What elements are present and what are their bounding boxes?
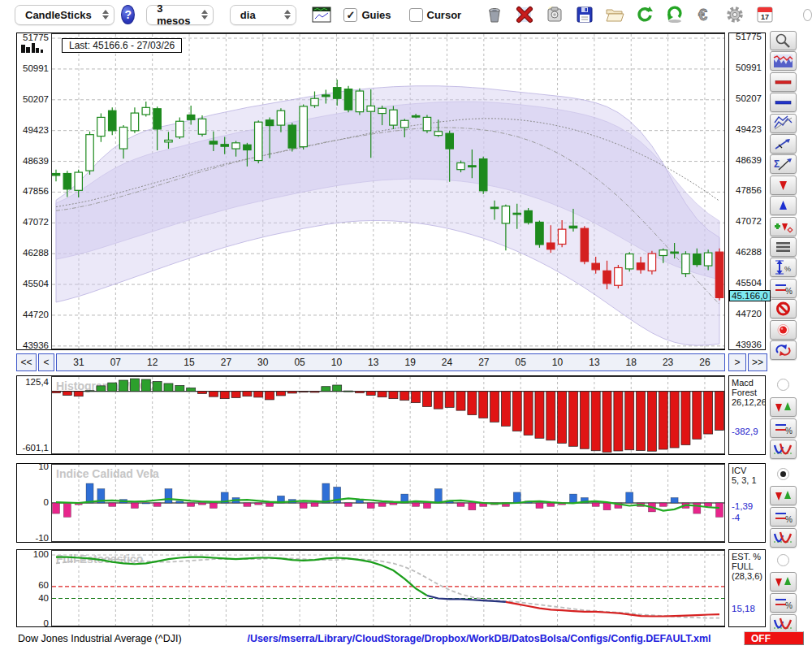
down-up-arrows-icon: [772, 399, 794, 415]
euro-button[interactable]: €: [693, 3, 717, 26]
channel-button[interactable]: [770, 114, 797, 133]
chart-type-value: CandleSticks: [25, 9, 94, 21]
sigma-trendline-button[interactable]: Σ: [770, 154, 797, 174]
toolbar: CandleSticks ? 3 mesos dia ✓ Guies Curso…: [0, 0, 812, 29]
hlines-percent-button[interactable]: %: [770, 418, 797, 438]
x-axis-tick: 31: [73, 357, 84, 368]
icv-chart[interactable]: [51, 464, 725, 542]
config-path: /Users/mserra/Library/CloudStorage/Dropb…: [244, 633, 715, 644]
up-triangle-button[interactable]: [770, 196, 797, 215]
trash-button[interactable]: [482, 3, 507, 26]
curves-button[interactable]: [770, 440, 797, 459]
top-radio[interactable]: [803, 9, 812, 21]
last-price-label: Last: 45166.6 - 27/03/26: [62, 38, 182, 53]
record-button[interactable]: [770, 320, 797, 340]
indicator-chart-button[interactable]: [770, 51, 797, 71]
sync-button[interactable]: [663, 3, 687, 26]
period-select[interactable]: 3 mesos: [146, 5, 214, 25]
red-hline-icon: [772, 74, 794, 90]
y-axis-label: 50207: [18, 94, 49, 104]
y-axis-label: -601,1: [18, 443, 49, 453]
red-hline-button[interactable]: [770, 72, 797, 92]
interval-select[interactable]: dia: [230, 5, 297, 25]
scroll-last-button[interactable]: >>: [748, 353, 767, 371]
list-button[interactable]: [770, 237, 797, 257]
mini-chart-button[interactable]: [309, 3, 334, 26]
calendar-button[interactable]: 17: [753, 3, 777, 26]
x-axis-strip[interactable]: 310712152730051013192427051013182326: [56, 353, 725, 371]
off-button[interactable]: OFF: [744, 631, 804, 645]
vrange-percent-button[interactable]: %: [770, 258, 797, 277]
indicator-chart-icon: [772, 53, 794, 69]
scroll-prev-button[interactable]: <: [38, 353, 54, 371]
y-axis-label: 44720: [736, 309, 762, 318]
macd-histogram-chart[interactable]: [51, 376, 725, 454]
x-axis-tick: 23: [663, 357, 673, 368]
cursor-label: Cursor: [427, 9, 462, 21]
guies-checkbox[interactable]: ✓: [343, 8, 357, 22]
trendline-button[interactable]: [770, 134, 797, 154]
snapshot-button[interactable]: [542, 3, 567, 26]
indicator-value-label: -1,39: [732, 501, 753, 511]
hlines-percent-button[interactable]: %: [770, 593, 797, 613]
y-axis-label: 100: [18, 549, 49, 559]
down-up-arrows-button[interactable]: [770, 572, 797, 592]
down-up-arrows-button[interactable]: [770, 397, 797, 417]
x-axis-tick: 26: [699, 357, 710, 368]
main-chart-panel: Last: 45166.6 - 27/03/26 517755099150207…: [16, 32, 725, 350]
indicator-value-label: 15,18: [732, 604, 755, 613]
candlestick-chart[interactable]: [51, 33, 725, 349]
indicator-name-label: (28,3,6): [732, 571, 762, 581]
macd-panel-radio[interactable]: [777, 379, 789, 391]
down-up-arrows-button[interactable]: [770, 486, 797, 505]
y-axis-label: 49423: [736, 124, 762, 134]
chevron-updown-icon: [284, 10, 291, 20]
indicator-name-label: 5, 3, 1: [732, 475, 757, 485]
svg-text:%: %: [785, 515, 793, 524]
interval-value: dia: [240, 9, 277, 21]
stoch-panel-radio[interactable]: [777, 554, 789, 566]
delete-x-button[interactable]: [512, 3, 537, 26]
stochastic-chart[interactable]: [51, 550, 725, 626]
settings-gear-button[interactable]: [723, 3, 747, 26]
add-marker-button[interactable]: [770, 217, 797, 236]
vrange-percent-icon: %: [772, 259, 794, 275]
scroll-next-button[interactable]: >: [728, 353, 746, 371]
swap-arrows-button[interactable]: [770, 340, 797, 360]
forbidden-button[interactable]: [770, 299, 797, 318]
period-value: 3 mesos: [157, 2, 193, 27]
refresh-button[interactable]: [633, 3, 657, 26]
y-axis-label: 47072: [736, 216, 762, 226]
scroll-first-button[interactable]: <<: [16, 353, 37, 371]
stock-chart-app: { "toolbar": { "chart_type": "CandleStic…: [0, 0, 812, 650]
y-axis-label: 48639: [736, 155, 762, 165]
icv-panel-radio[interactable]: [777, 468, 789, 480]
stoch-right-labels: EST. %FULL(28,3,6)15,18: [728, 549, 766, 627]
zoom-icon: [772, 32, 794, 49]
chart-type-select[interactable]: CandleSticks: [15, 5, 114, 25]
x-axis-tick: 13: [368, 357, 378, 368]
hlines-percent-icon: %: [772, 509, 794, 525]
y-axis-label: 60: [18, 580, 49, 590]
hlines-percent-button[interactable]: %: [770, 279, 797, 298]
svg-text:%: %: [785, 427, 793, 436]
open-folder-button[interactable]: [603, 3, 627, 26]
down-triangle-button[interactable]: [770, 176, 797, 195]
y-axis-label: 48639: [18, 156, 49, 166]
channel-icon: [772, 115, 794, 132]
y-axis-label: 51775: [736, 32, 762, 41]
hlines-percent-button[interactable]: %: [770, 507, 797, 526]
help-button[interactable]: ?: [121, 5, 135, 24]
x-axis-tick: 19: [404, 357, 415, 368]
y-axis-label: 45504: [736, 278, 762, 288]
open-folder-icon: [604, 5, 625, 24]
blue-hline-button[interactable]: [770, 93, 797, 112]
y-axis-label: 125,4: [18, 377, 49, 387]
delete-x-icon: [515, 5, 534, 24]
cursor-checkbox[interactable]: [409, 8, 423, 22]
zoom-button[interactable]: [770, 31, 797, 50]
curves-button[interactable]: [770, 528, 797, 548]
save-button[interactable]: [572, 3, 597, 26]
y-axis-label: 10: [18, 462, 49, 471]
y-axis-label: 50991: [736, 63, 762, 72]
